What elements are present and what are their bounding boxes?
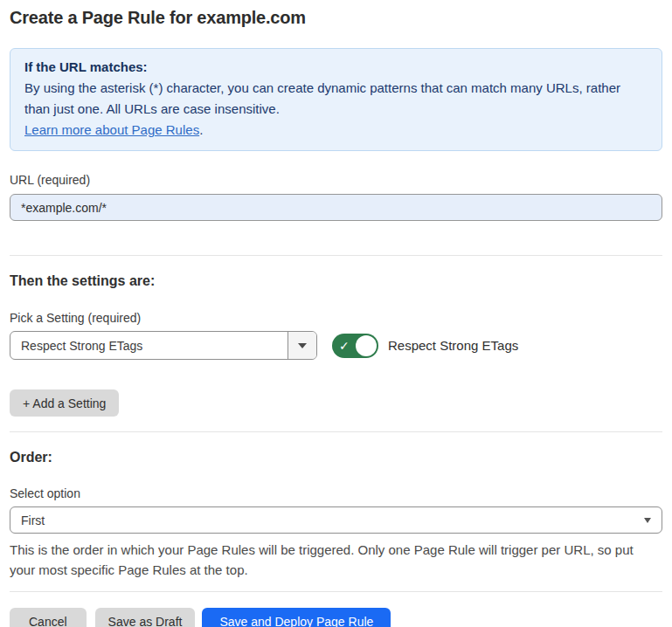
learn-more-link[interactable]: Learn more about Page Rules <box>24 122 199 137</box>
toggle-knob <box>356 335 377 356</box>
page-rule-form: Create a Page Rule for example.com If th… <box>0 8 672 627</box>
divider <box>10 255 662 256</box>
footer-actions: Cancel Save as Draft Save and Deploy Pag… <box>10 608 662 627</box>
save-and-deploy-button[interactable]: Save and Deploy Page Rule <box>202 608 391 627</box>
info-box-body: By using the asterisk (*) character, you… <box>24 78 648 120</box>
cancel-button[interactable]: Cancel <box>10 608 87 627</box>
order-select[interactable]: First <box>10 506 662 534</box>
divider <box>10 431 662 432</box>
save-as-draft-button[interactable]: Save as Draft <box>95 608 196 627</box>
pick-setting-label: Pick a Setting (required) <box>10 311 662 325</box>
info-box-link-line: Learn more about Page Rules. <box>24 120 648 141</box>
url-input[interactable] <box>10 194 662 221</box>
etags-toggle[interactable]: ✓ <box>332 334 378 358</box>
setting-select[interactable]: Respect Strong ETags <box>10 331 317 360</box>
divider <box>10 591 662 592</box>
order-help-text: This is the order in which your Page Rul… <box>10 540 662 580</box>
info-box-heading: If the URL matches: <box>24 57 648 78</box>
setting-select-value: Respect Strong ETags <box>10 332 288 359</box>
order-select-value: First <box>21 513 644 527</box>
settings-section-heading: Then the settings are: <box>10 273 662 289</box>
order-select-label: Select option <box>10 486 662 500</box>
url-field-label: URL (required) <box>10 173 662 187</box>
toggle-label: Respect Strong ETags <box>388 338 518 353</box>
add-setting-button[interactable]: + Add a Setting <box>10 389 119 417</box>
url-match-info-box: If the URL matches: By using the asteris… <box>10 48 662 151</box>
setting-select-arrow-button[interactable] <box>288 332 316 359</box>
order-section-heading: Order: <box>10 450 662 465</box>
link-suffix: . <box>199 122 203 137</box>
chevron-down-icon <box>298 343 307 348</box>
chevron-down-icon <box>644 518 651 523</box>
checkmark-icon: ✓ <box>339 340 350 352</box>
setting-row: Respect Strong ETags ✓ Respect Strong ET… <box>10 331 662 360</box>
page-title: Create a Page Rule for example.com <box>10 8 662 28</box>
